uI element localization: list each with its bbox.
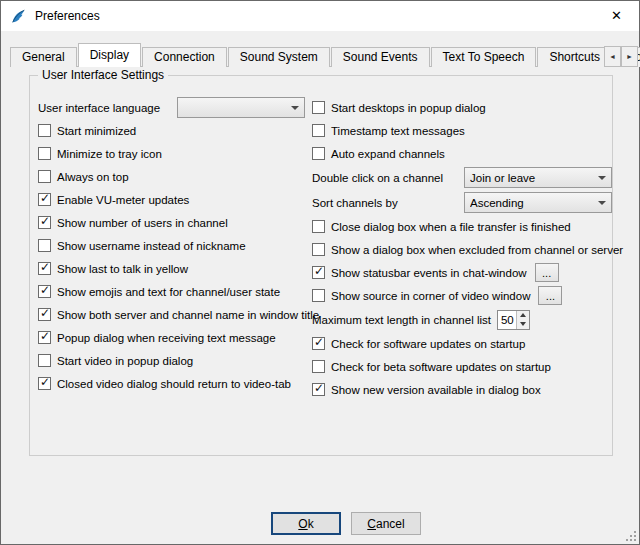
chevron-down-icon — [598, 201, 606, 209]
checkbox-show-emojis[interactable]: Show emojis and text for channel/user st… — [38, 280, 312, 303]
ok-button-label: Ok — [273, 517, 339, 531]
sort-channels-row: Sort channels by Ascending — [312, 190, 612, 215]
checkbox-icon — [312, 124, 325, 137]
tab-display[interactable]: Display — [78, 43, 141, 67]
checkbox-icon — [312, 220, 325, 233]
tab-sound-system[interactable]: Sound System — [228, 47, 330, 67]
checkbox-icon — [312, 360, 325, 373]
checkbox-minimize-to-tray[interactable]: Minimize to tray icon — [38, 142, 312, 165]
checkbox-label: Show username instead of nickname — [57, 240, 246, 252]
resize-grip-icon[interactable] — [624, 529, 637, 542]
tab-scroll-right-icon[interactable]: ► — [621, 46, 638, 67]
checkbox-icon — [38, 331, 51, 344]
checkbox-icon — [38, 170, 51, 183]
checkbox-last-to-talk[interactable]: Show last to talk in yellow — [38, 257, 312, 280]
checkbox-vu-meter-updates[interactable]: Enable VU-meter updates — [38, 188, 312, 211]
checkbox-timestamp-messages[interactable]: Timestamp text messages — [312, 119, 612, 142]
double-click-dropdown[interactable]: Join or leave — [464, 167, 612, 188]
checkbox-label: Auto expand channels — [331, 148, 445, 160]
titlebar[interactable]: Preferences ✕ — [1, 1, 639, 31]
video-source-more-button[interactable]: ... — [538, 286, 562, 305]
checkbox-icon — [38, 193, 51, 206]
checkbox-show-username[interactable]: Show username instead of nickname — [38, 234, 312, 257]
double-click-row: Double click on a channel Join or leave — [312, 165, 612, 190]
max-text-length-label: Maximum text length in channel list — [312, 314, 491, 326]
language-row: User interface language — [38, 96, 312, 119]
checkbox-label: Show a dialog box when excluded from cha… — [331, 244, 623, 256]
checkbox-icon — [312, 101, 325, 114]
checkbox-icon — [312, 147, 325, 160]
checkbox-always-on-top[interactable]: Always on top — [38, 165, 312, 188]
sort-channels-label: Sort channels by — [312, 197, 464, 209]
checkbox-label: Show both server and channel name in win… — [57, 309, 319, 321]
checkbox-icon — [312, 243, 325, 256]
checkbox-video-source-corner[interactable]: Show source in corner of video window ..… — [312, 284, 612, 307]
cancel-button[interactable]: Cancel — [351, 512, 421, 535]
checkbox-icon — [312, 383, 325, 396]
checkbox-icon — [38, 308, 51, 321]
checkbox-icon — [312, 337, 325, 350]
language-label: User interface language — [38, 102, 177, 114]
tab-sound-events[interactable]: Sound Events — [331, 47, 430, 67]
checkbox-new-version-dialog[interactable]: Show new version available in dialog box — [312, 378, 612, 401]
max-text-length-value: 50 — [498, 311, 516, 329]
tab-text-to-speech[interactable]: Text To Speech — [431, 47, 537, 67]
group-title: User Interface Settings — [38, 68, 168, 82]
checkbox-check-beta-updates[interactable]: Check for beta software updates on start… — [312, 355, 612, 378]
statusbar-events-more-button[interactable]: ... — [535, 263, 559, 282]
checkbox-label: Enable VU-meter updates — [57, 194, 189, 206]
checkbox-video-popup[interactable]: Start video in popup dialog — [38, 349, 312, 372]
spin-down-icon[interactable] — [517, 320, 529, 329]
checkbox-statusbar-events[interactable]: Show statusbar events in chat-window ... — [312, 261, 612, 284]
checkbox-icon — [38, 147, 51, 160]
language-dropdown[interactable] — [177, 97, 305, 118]
checkbox-auto-expand-channels[interactable]: Auto expand channels — [312, 142, 612, 165]
checkbox-excluded-dialog[interactable]: Show a dialog box when excluded from cha… — [312, 238, 612, 261]
double-click-label: Double click on a channel — [312, 172, 464, 184]
checkbox-label: Closed video dialog should return to vid… — [57, 378, 291, 390]
checkbox-close-on-transfer[interactable]: Close dialog box when a file transfer is… — [312, 215, 612, 238]
tab-shortcuts[interactable]: Shortcuts — [537, 47, 612, 67]
checkbox-icon — [38, 285, 51, 298]
checkbox-server-channel-title[interactable]: Show both server and channel name in win… — [38, 303, 312, 326]
checkbox-desktops-popup[interactable]: Start desktops in popup dialog — [312, 96, 612, 119]
checkbox-label: Start video in popup dialog — [57, 355, 193, 367]
checkbox-icon — [312, 266, 325, 279]
preferences-dialog: Preferences ✕ General Display Connection… — [0, 0, 640, 545]
sort-channels-dropdown[interactable]: Ascending — [464, 192, 612, 213]
checkbox-label: Show number of users in channel — [57, 217, 228, 229]
tab-connection[interactable]: Connection — [142, 47, 227, 67]
checkbox-icon — [38, 377, 51, 390]
checkbox-popup-text-message[interactable]: Popup dialog when receiving text message — [38, 326, 312, 349]
window-title: Preferences — [35, 9, 100, 23]
spinner-arrows — [516, 311, 529, 329]
checkbox-closed-video-return[interactable]: Closed video dialog should return to vid… — [38, 372, 312, 395]
spin-up-icon[interactable] — [517, 311, 529, 320]
checkbox-icon — [38, 262, 51, 275]
app-logo-icon — [10, 8, 27, 25]
checkbox-icon — [38, 124, 51, 137]
checkbox-show-user-count[interactable]: Show number of users in channel — [38, 211, 312, 234]
max-text-length-spinner[interactable]: 50 — [497, 310, 530, 330]
tab-scroll-left-icon[interactable]: ◄ — [604, 46, 621, 67]
checkbox-label: Show last to talk in yellow — [57, 263, 188, 275]
checkbox-icon — [38, 354, 51, 367]
checkbox-icon — [312, 289, 325, 302]
checkbox-label: Popup dialog when receiving text message — [57, 332, 276, 344]
close-icon[interactable]: ✕ — [594, 1, 639, 30]
checkbox-label: Check for software updates on startup — [331, 338, 525, 350]
tab-general[interactable]: General — [10, 47, 77, 67]
checkbox-label: Start minimized — [57, 125, 136, 137]
left-column: User interface language Start minimized … — [38, 96, 312, 395]
chevron-down-icon — [598, 176, 606, 184]
sort-channels-value: Ascending — [470, 197, 592, 209]
checkbox-check-updates[interactable]: Check for software updates on startup — [312, 332, 612, 355]
checkbox-label: Show statusbar events in chat-window — [331, 267, 527, 279]
checkbox-label: Minimize to tray icon — [57, 148, 162, 160]
checkbox-start-minimized[interactable]: Start minimized — [38, 119, 312, 142]
checkbox-label: Start desktops in popup dialog — [331, 102, 486, 114]
double-click-value: Join or leave — [470, 172, 592, 184]
ok-button[interactable]: Ok — [271, 512, 341, 535]
checkbox-icon — [38, 239, 51, 252]
tab-scroll-buttons: ◄ ► — [604, 46, 638, 67]
